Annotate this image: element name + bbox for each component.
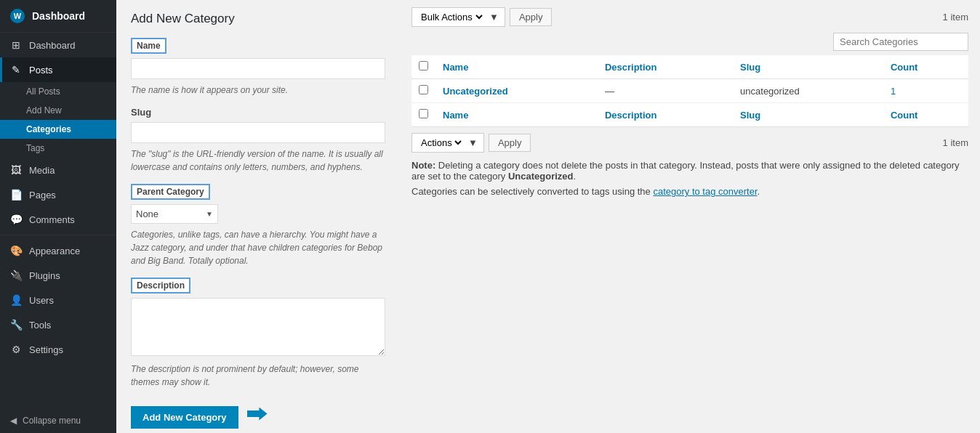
toolbar-bottom-left: Actions ▼ Apply — [411, 133, 531, 153]
sidebar-item-media[interactable]: 🖼 Media — [0, 158, 116, 182]
bulk-actions-select[interactable]: Bulk Actions — [418, 11, 485, 23]
sidebar-item-pages[interactable]: 📄 Pages — [0, 182, 116, 207]
tf-description-link[interactable]: Description — [605, 110, 657, 121]
main-content: Add New Category Name The name is how it… — [116, 0, 980, 433]
sidebar-item-tags[interactable]: Tags — [0, 139, 116, 158]
th-name-link[interactable]: Name — [443, 62, 468, 73]
apply-button-top[interactable]: Apply — [510, 8, 553, 26]
tf-slug-link[interactable]: Slug — [740, 110, 760, 121]
sidebar-item-tools[interactable]: 🔧 Tools — [0, 312, 116, 337]
bulk-actions-select-wrap[interactable]: Bulk Actions ▼ — [411, 7, 505, 27]
th-name: Name — [435, 55, 598, 79]
form-panel: Add New Category Name The name is how it… — [116, 0, 400, 433]
select-all-checkbox-top[interactable] — [419, 61, 428, 70]
note-converter-end: . — [758, 186, 760, 197]
collapse-menu[interactable]: ◀ Collapse menu — [0, 408, 116, 433]
sidebar-item-label: Plugins — [29, 270, 60, 281]
sidebar-item-comments[interactable]: 💬 Comments — [0, 207, 116, 232]
parent-select[interactable]: None — [132, 205, 201, 223]
arrow-icon — [247, 408, 268, 421]
tf-count: Count — [883, 103, 968, 127]
parent-help: Categories, unlike tags, can have a hier… — [131, 228, 385, 267]
tf-checkbox — [411, 103, 435, 127]
content-area: Add New Category Name The name is how it… — [116, 0, 980, 433]
th-slug: Slug — [733, 55, 883, 79]
name-input[interactable] — [131, 58, 385, 79]
users-icon: 👤 — [10, 294, 22, 306]
row-checkbox-cell — [411, 79, 435, 103]
sidebar-item-label: Posts — [29, 65, 53, 76]
tf-slug: Slug — [733, 103, 883, 127]
description-input[interactable] — [131, 298, 385, 356]
search-categories-input[interactable] — [833, 33, 968, 51]
sidebar-item-appearance[interactable]: 🎨 Appearance — [0, 238, 116, 263]
comments-icon: 💬 — [10, 214, 22, 225]
slug-label: Slug — [131, 107, 385, 118]
th-count-link[interactable]: Count — [891, 62, 918, 73]
add-button-row: Add New Category — [131, 399, 385, 429]
tf-name-link[interactable]: Name — [443, 110, 468, 121]
sidebar-item-categories[interactable]: Categories — [0, 120, 116, 139]
sidebar-logo-label: Dashboard — [32, 10, 85, 22]
bulk-actions-select-wrap-bottom[interactable]: Actions ▼ — [411, 133, 484, 153]
name-group: Name The name is how it appears on your … — [131, 38, 385, 97]
bulk-actions-select-bottom[interactable]: Actions — [418, 137, 464, 149]
add-new-category-button[interactable]: Add New Category — [131, 406, 238, 429]
arrow-indicator — [247, 408, 268, 421]
slug-group: Slug The "slug" is the URL-friendly vers… — [131, 107, 385, 174]
note-uncategorized: Uncategorized — [508, 171, 574, 182]
chevron-down-icon: ▼ — [201, 210, 217, 218]
sidebar-item-label: Comments — [29, 214, 75, 225]
sidebar-item-all-posts[interactable]: All Posts — [0, 82, 116, 101]
sidebar-item-posts[interactable]: ✎ Posts — [0, 57, 116, 82]
tools-icon: 🔧 — [10, 319, 22, 331]
row-name-link[interactable]: Uncategorized — [443, 86, 508, 97]
row-name-cell: Uncategorized — [435, 79, 598, 103]
table-footer-row: Name Description Slug Count — [411, 103, 968, 127]
name-help: The name is how it appears on your site. — [131, 84, 385, 97]
sidebar-item-add-new[interactable]: Add New — [0, 101, 116, 120]
table-row: Uncategorized — uncategorized 1 — [411, 79, 968, 103]
row-checkbox[interactable] — [419, 85, 428, 94]
category-to-tag-link[interactable]: category to tag converter — [653, 186, 757, 197]
description-group: Description The description is not promi… — [131, 278, 385, 389]
sidebar-logo[interactable]: W Dashboard — [0, 0, 116, 33]
posts-icon: ✎ — [10, 64, 22, 76]
pages-icon: 📄 — [10, 189, 22, 201]
th-count: Count — [883, 55, 968, 79]
note-paragraph-1: Note: Deleting a category does not delet… — [411, 160, 968, 182]
table-header-row: Name Description Slug Count — [411, 55, 968, 79]
sidebar-item-plugins[interactable]: 🔌 Plugins — [0, 263, 116, 288]
item-count-top: 1 item — [943, 12, 968, 23]
sidebar-item-dashboard[interactable]: ⊞ Dashboard — [0, 33, 116, 57]
th-description-link[interactable]: Description — [605, 62, 657, 73]
note-box: Note: Deleting a category does not delet… — [411, 153, 968, 204]
settings-icon: ⚙ — [10, 344, 22, 355]
description-label[interactable]: Description — [131, 278, 190, 294]
row-count-link[interactable]: 1 — [891, 86, 896, 97]
description-help: The description is not prominent by defa… — [131, 363, 385, 389]
wp-logo-icon: W — [10, 9, 25, 23]
select-all-checkbox-bottom[interactable] — [419, 109, 428, 118]
plugins-icon: 🔌 — [10, 270, 22, 281]
tf-count-link[interactable]: Count — [891, 110, 918, 121]
sidebar-item-users[interactable]: 👤 Users — [0, 288, 116, 312]
slug-input[interactable] — [131, 122, 385, 143]
parent-select-wrap: None ▼ — [131, 204, 218, 224]
slug-help: The "slug" is the URL-friendly version o… — [131, 147, 385, 174]
parent-label[interactable]: Parent Category — [131, 184, 210, 200]
sidebar-item-label: Settings — [29, 344, 63, 355]
th-description: Description — [598, 55, 733, 79]
note-label: Note: — [411, 160, 435, 171]
bulk-chevron-icon-bottom: ▼ — [468, 137, 478, 148]
apply-button-bottom[interactable]: Apply — [489, 134, 531, 152]
bulk-chevron-icon: ▼ — [489, 12, 499, 23]
th-checkbox — [411, 55, 435, 79]
th-slug-link[interactable]: Slug — [740, 62, 760, 73]
media-icon: 🖼 — [10, 164, 22, 176]
note-paragraph-2: Categories can be selectively converted … — [411, 186, 968, 197]
collapse-label: Collapse menu — [23, 416, 81, 426]
sidebar-item-settings[interactable]: ⚙ Settings — [0, 337, 116, 362]
name-label[interactable]: Name — [131, 38, 166, 54]
sidebar-item-label: Dashboard — [29, 40, 76, 51]
